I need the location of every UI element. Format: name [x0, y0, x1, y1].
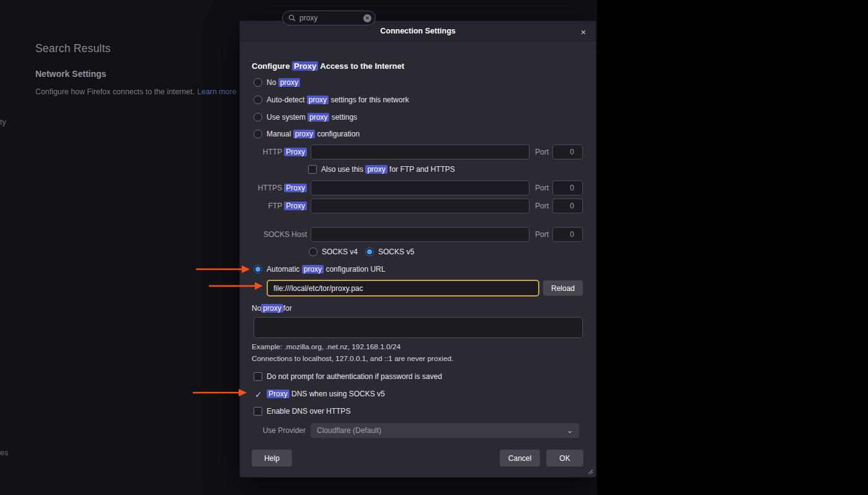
also-use-proxy-checkbox[interactable]: Also use this proxy for FTP and HTTPS [308, 164, 455, 174]
socks-port-input[interactable] [552, 227, 583, 242]
description-text: Configure how Firefox connects to the in… [35, 87, 195, 96]
option-label: Do not prompt for authentication if pass… [267, 372, 442, 381]
no-proxy-example-text: Example: .mozilla.org, .net.nz, 192.168.… [252, 342, 401, 352]
ftp-proxy-label: FTP Proxy [252, 202, 307, 210]
port-label: Port [535, 202, 549, 210]
radio-icon[interactable] [254, 78, 262, 87]
no-proxy-for-label: No proxy for [252, 303, 292, 313]
localhost-note-text: Connections to localhost, 127.0.0.1, and… [252, 354, 453, 363]
socks-v5-radio[interactable] [365, 248, 374, 256]
option-label: Also use this proxy for FTP and HTTPS [321, 165, 455, 174]
https-proxy-label: HTTPS Proxy [252, 184, 307, 192]
network-settings-heading: Network Settings [35, 69, 106, 79]
https-proxy-row: HTTPS Proxy Port [252, 180, 583, 195]
radio-icon[interactable] [254, 96, 262, 104]
option-label: No proxy [267, 78, 300, 87]
option-label: Automatic proxy configuration URL [267, 265, 385, 274]
dialog-title: Connection Settings [380, 27, 456, 35]
radio-option-use-system[interactable]: Use system proxy settings [254, 112, 357, 122]
socks-version-row: SOCKS v4 SOCKS v5 [309, 247, 414, 257]
search-value: proxy [299, 14, 363, 22]
https-proxy-input[interactable] [311, 181, 529, 195]
socks-host-input[interactable] [311, 227, 529, 242]
dialog-close-button[interactable]: × [577, 25, 590, 38]
settings-search-input[interactable]: proxy × [282, 11, 376, 25]
dns-provider-select[interactable]: Cloudflare (Default) ⌄ [311, 423, 579, 438]
http-port-input[interactable] [552, 145, 583, 159]
socks-host-row: SOCKS Host Port [252, 226, 583, 242]
clear-search-button[interactable]: × [363, 14, 371, 22]
http-proxy-label: HTTP Proxy [252, 148, 307, 156]
socks-host-label: SOCKS Host [252, 230, 307, 239]
network-settings-description: Configure how Firefox connects to the in… [35, 87, 236, 96]
radio-option-automatic-url[interactable]: Automatic proxy configuration URL [254, 264, 385, 274]
use-provider-row: Use Provider Cloudflare (Default) ⌄ [252, 423, 583, 438]
radio-icon[interactable] [254, 265, 262, 274]
radio-option-no-proxy[interactable]: No proxy [254, 78, 300, 87]
option-label: Manual proxy configuration [267, 130, 360, 138]
socks-v4-radio[interactable] [309, 248, 317, 256]
radio-icon[interactable] [254, 113, 262, 122]
ftp-port-input[interactable] [552, 198, 583, 213]
search-icon [288, 14, 296, 22]
radio-icon[interactable] [254, 130, 262, 138]
dialog-heading: Configure Proxy Access to the Internet [252, 61, 404, 71]
checkbox-checked-icon[interactable] [254, 390, 262, 398]
ftp-proxy-row: FTP Proxy Port [252, 198, 583, 213]
socks-v5-label: SOCKS v5 [378, 248, 414, 256]
sidebar-item-fragment-top: ty [0, 118, 6, 127]
ftp-proxy-input[interactable] [311, 198, 529, 213]
checkbox-icon[interactable] [308, 165, 317, 174]
radio-option-auto-detect[interactable]: Auto-detect proxy settings for this netw… [254, 95, 409, 105]
pac-url-input[interactable] [267, 280, 539, 297]
search-results-heading: Search Results [35, 42, 110, 55]
screen: ty es Search Results Network Settings Co… [0, 0, 868, 495]
ok-button[interactable]: OK [546, 450, 583, 466]
cancel-button[interactable]: Cancel [500, 450, 540, 466]
radio-option-manual[interactable]: Manual proxy configuration [254, 129, 360, 139]
reload-button[interactable]: Reload [543, 280, 583, 296]
port-label: Port [535, 230, 549, 239]
port-label: Port [535, 184, 549, 192]
option-label: Auto-detect proxy settings for this netw… [267, 96, 409, 104]
https-port-input[interactable] [552, 181, 583, 195]
no-proxy-for-textarea[interactable] [254, 317, 583, 338]
no-auth-prompt-checkbox[interactable]: Do not prompt for authentication if pass… [254, 372, 442, 381]
resize-grip[interactable] [587, 468, 593, 475]
option-label: Enable DNS over HTTPS [267, 407, 350, 416]
checkbox-icon[interactable] [254, 372, 262, 381]
learn-more-link[interactable]: Learn more [197, 87, 236, 96]
dns-over-https-checkbox[interactable]: Enable DNS over HTTPS [254, 406, 350, 416]
help-button[interactable]: Help [252, 450, 292, 466]
socks-v4-label: SOCKS v4 [322, 248, 358, 256]
chevron-down-icon: ⌄ [567, 423, 573, 438]
dns-provider-value: Cloudflare (Default) [317, 426, 381, 435]
proxy-dns-socks5-checkbox[interactable]: Proxy DNS when using SOCKS v5 [254, 389, 385, 399]
connection-settings-dialog: Connection Settings × Configure Proxy Ac… [239, 20, 596, 478]
http-proxy-row: HTTP Proxy Port [252, 144, 583, 159]
use-provider-label: Use Provider [252, 426, 306, 435]
option-label: Proxy DNS when using SOCKS v5 [267, 390, 385, 398]
port-label: Port [535, 148, 549, 156]
option-label: Use system proxy settings [267, 113, 357, 122]
checkbox-icon[interactable] [254, 407, 262, 416]
http-proxy-input[interactable] [311, 145, 529, 159]
sidebar-item-fragment-bottom: es [0, 448, 8, 457]
